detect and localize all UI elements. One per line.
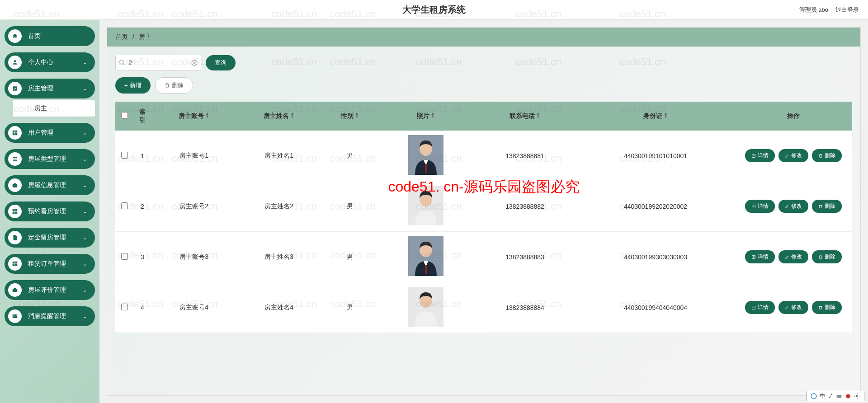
cell-account: 房主账号4 [151,282,236,333]
col-header[interactable]: 联系电话▲▼ [473,102,576,131]
cell-phone: 13823888884 [473,282,576,333]
row-delete-button[interactable]: 删除 [812,250,842,263]
svg-point-20 [120,61,123,64]
svg-rect-48 [837,395,842,398]
doc-icon [8,231,22,244]
cell-name: 房主姓名3 [236,232,321,282]
svg-point-50 [856,395,858,397]
edit-button[interactable]: 修改 [778,301,808,314]
row-checkbox[interactable] [121,304,128,310]
select-all-checkbox[interactable] [121,112,128,119]
row-delete-button[interactable]: 删除 [812,200,842,213]
breadcrumb: 首页 / 房主 [107,28,860,47]
edit-button[interactable]: 修改 [778,250,808,263]
svg-rect-19 [13,314,18,318]
col-header[interactable]: 房主姓名▲▼ [236,102,321,131]
clear-icon[interactable] [191,60,198,66]
breadcrumb-home[interactable]: 首页 [115,33,128,40]
chevron-down-icon: ⌄ [83,235,87,241]
data-table: 索引房主账号▲▼房主姓名▲▼性别▲▼照片▲▼联系电话▲▼身份证▲▼操作 1 房主… [115,102,852,333]
admin-label[interactable]: 管理员 abo [799,6,828,14]
row-delete-button[interactable]: 删除 [812,149,842,162]
sidebar-item-label: 首页 [28,32,41,40]
cell-name: 房主姓名2 [236,181,321,232]
cell-name: 房主姓名4 [236,282,321,333]
cell-gender: 男 [321,181,378,232]
chevron-down-icon: ⌄ [83,130,87,136]
cell-gender: 男 [321,282,378,333]
cell-idcard: 440300199101010001 [576,131,735,181]
sidebar-item-9[interactable]: 房屋评价管理⌄ [5,280,95,300]
cell-idx: 1 [133,131,151,181]
detail-button[interactable]: 详情 [745,200,775,213]
cell-actions: 详情 修改 删除 [735,282,852,333]
sidebar-item-1[interactable]: 个人中心⌄ [5,52,95,72]
detail-button[interactable]: 详情 [745,301,775,314]
detail-button[interactable]: 详情 [745,250,775,263]
sidebar-item-label: 定金留房管理 [28,234,66,242]
cell-idcard: 440300199202020002 [576,181,735,232]
detail-button[interactable]: 详情 [745,149,775,162]
logout-link[interactable]: 退出登录 [835,6,859,14]
edit-button[interactable]: 修改 [778,149,808,162]
col-header[interactable]: 性别▲▼ [321,102,378,131]
svg-rect-4 [13,133,15,136]
cell-phone: 13823888882 [473,181,576,232]
sidebar-item-10[interactable]: 消息提醒管理⌄ [5,306,95,326]
sidebar-item-4[interactable]: 房屋类型管理⌄ [5,149,95,169]
cell-photo [378,282,473,333]
svg-rect-12 [13,212,15,214]
main-content: 首页 / 房主 查询 [99,20,868,403]
svg-rect-1 [13,86,17,90]
delete-button[interactable]: 删除 [155,77,193,94]
col-header[interactable]: 身份证▲▼ [576,102,735,131]
case-icon [8,283,22,297]
svg-rect-2 [13,131,15,133]
chevron-down-icon: ⌄ [83,183,87,188]
col-header[interactable]: 房主账号▲▼ [151,102,236,131]
sidebar-subitem[interactable]: 房主 [13,100,95,117]
sidebar-item-8[interactable]: 租赁订单管理⌄ [5,254,95,274]
sidebar-item-3[interactable]: 用户管理⌄ [5,123,95,143]
sidebar-item-5[interactable]: 房屋信息管理⌄ [5,175,95,195]
chevron-down-icon: ⌄ [83,314,87,319]
cell-account: 房主账号2 [151,181,236,232]
sidebar-item-label: 个人中心 [28,58,53,66]
svg-rect-9 [13,184,18,187]
add-button[interactable]: + 新增 [115,77,151,94]
cell-actions: 详情 修改 删除 [735,131,852,181]
cell-idx: 3 [133,232,151,282]
svg-rect-18 [13,289,18,292]
col-header[interactable]: 索引 [133,102,151,131]
grid-icon [8,205,22,218]
sidebar-item-2[interactable]: 房主管理⌄ [5,79,95,98]
query-button[interactable]: 查询 [206,55,236,70]
app-title: 大学生租房系统 [402,4,466,16]
sidebar-item-7[interactable]: 定金留房管理⌄ [5,228,95,248]
case-icon [8,178,22,192]
sidebar-item-label: 房屋评价管理 [28,286,66,294]
check-icon [8,82,22,95]
chevron-down-icon: ⌄ [83,261,87,267]
sidebar-item-0[interactable]: 首页 [5,26,95,46]
ime-toolbar[interactable]: 中 ノ [807,391,864,401]
col-header[interactable]: 照片▲▼ [378,102,473,131]
svg-point-47 [811,394,816,399]
chevron-down-icon: ⌄ [83,209,87,215]
plus-icon: + [124,82,128,89]
search-input[interactable] [115,55,201,71]
svg-rect-15 [15,262,18,264]
sidebar-item-label: 用户管理 [28,129,53,137]
svg-rect-5 [15,133,18,136]
grid-icon [8,257,22,271]
svg-rect-16 [13,264,15,267]
edit-button[interactable]: 修改 [778,200,808,213]
cell-account: 房主账号1 [151,131,236,181]
row-checkbox[interactable] [121,253,128,260]
sidebar-item-label: 房屋信息管理 [28,181,66,189]
row-checkbox[interactable] [121,152,128,159]
row-checkbox[interactable] [121,202,128,209]
cell-idcard: 440300199303030003 [576,232,735,282]
sidebar-item-6[interactable]: 预约看房管理⌄ [5,202,95,221]
row-delete-button[interactable]: 删除 [812,301,842,314]
